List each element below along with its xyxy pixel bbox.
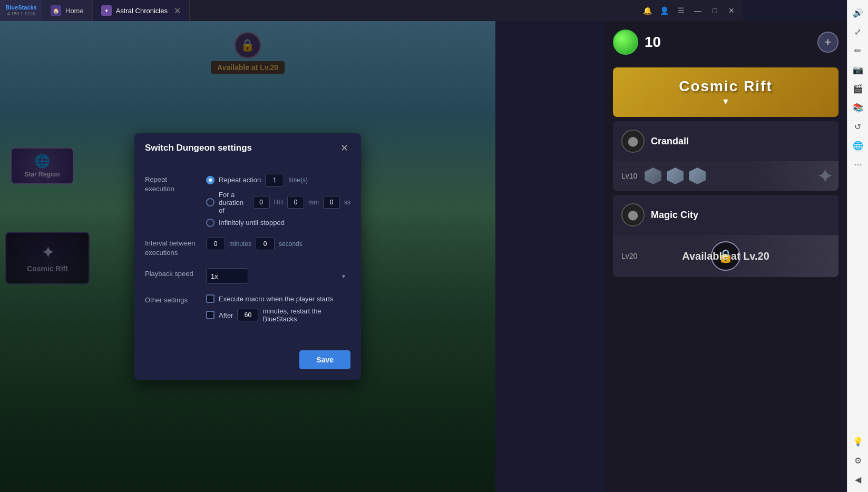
interval-content: minutes seconds <box>206 238 350 250</box>
bell-icon[interactable]: 🔔 <box>640 3 655 18</box>
repeat-execution-label: Repeat execution <box>145 174 198 194</box>
restart-checkbox[interactable] <box>206 311 214 319</box>
after-label: After <box>219 311 233 319</box>
execute-macro-label: Execute macro when the player starts <box>219 295 334 303</box>
magic-city-avatar: ⬤ <box>621 203 645 227</box>
sidebar-edit-icon[interactable]: ✏ <box>850 42 866 59</box>
repeat-execution-section: Repeat execution Repeat action time(s) F… <box>145 174 350 227</box>
restart-minutes-input[interactable] <box>237 309 258 321</box>
interval-label: Interval between executions <box>145 238 198 258</box>
crandall-card[interactable]: ⬤ Crandall Lv10 ✦ <box>613 121 838 191</box>
right-game-panel: 10 + Cosmic Rift ▼ ⬤ Crandall Lv10 ✦ ⬤ M… <box>604 21 847 492</box>
interval-row: minutes seconds <box>206 238 350 250</box>
sidebar-refresh-icon[interactable]: ↺ <box>850 118 866 135</box>
dialog-body: Repeat execution Repeat action time(s) F… <box>134 163 361 344</box>
home-tab-icon: 🏠 <box>51 5 61 16</box>
speed-select-wrapper: 0.5x 1x 1.5x 2x ▼ <box>206 268 350 284</box>
interval-seconds-input[interactable] <box>256 238 275 250</box>
sidebar-light-icon[interactable]: 💡 <box>850 433 866 450</box>
playback-speed-section: Playback speed 0.5x 1x 1.5x 2x ▼ <box>145 268 350 284</box>
crandall-name: Crandall <box>651 136 689 147</box>
for-duration-row: For a duration of HH mm ss <box>206 191 350 214</box>
repeat-action-row: Repeat action time(s) <box>206 174 350 186</box>
ss-label: ss <box>344 199 350 206</box>
cosmic-rift-title: Cosmic Rift <box>623 78 828 95</box>
gem-count: 10 <box>645 34 661 51</box>
switch-dungeon-dialog: Switch Dungeon settings ✕ Repeat executi… <box>134 133 361 380</box>
magic-city-name: Magic City <box>651 210 698 221</box>
mm-label: mm <box>308 199 319 206</box>
execute-macro-row: Execute macro when the player starts <box>206 294 350 303</box>
account-icon[interactable]: 👤 <box>657 3 671 18</box>
dialog-close-button[interactable]: ✕ <box>338 142 350 154</box>
dialog-footer: Save <box>134 344 361 380</box>
minutes-label: minutes <box>229 240 251 248</box>
cosmic-rift-banner[interactable]: Cosmic Rift ▼ <box>613 67 838 117</box>
sidebar-fullscreen-icon[interactable]: ⤢ <box>850 23 866 40</box>
crandall-badge-3 <box>689 168 706 184</box>
add-gem-button[interactable]: + <box>817 32 838 53</box>
close-button[interactable]: ✕ <box>724 3 739 18</box>
chevron-down-icon: ▼ <box>623 97 828 106</box>
other-settings-label: Other settings <box>145 294 198 305</box>
infinitely-row: Infinitely until stopped <box>206 219 350 227</box>
crandall-card-header: ⬤ Crandall <box>613 121 838 161</box>
select-chevron-icon: ▼ <box>341 273 346 279</box>
titlebar: BlueStacks 4.150.1.1118 🏠 Home ✦ Astral … <box>0 0 743 21</box>
tab-astral-chronicles[interactable]: ✦ Astral Chronicles ✕ <box>93 0 190 21</box>
mm-input[interactable] <box>287 196 304 209</box>
infinitely-radio[interactable] <box>206 219 214 227</box>
maximize-button[interactable]: □ <box>707 3 722 18</box>
hh-input[interactable] <box>253 196 270 209</box>
modal-overlay: Switch Dungeon settings ✕ Repeat executi… <box>0 21 495 492</box>
repeat-action-label: Repeat action <box>219 176 261 184</box>
menu-icon[interactable]: ☰ <box>674 3 688 18</box>
tab-close-icon[interactable]: ✕ <box>174 6 181 16</box>
ss-input[interactable] <box>323 196 340 209</box>
times-label: time(s) <box>288 176 308 184</box>
crandall-level: Lv10 <box>621 172 637 180</box>
gem-icon <box>613 29 638 55</box>
crandall-card-body: Lv10 ✦ <box>613 161 838 191</box>
window-controls: 🔔 👤 ☰ — □ ✕ <box>640 3 743 18</box>
rp-header: 10 + <box>604 21 847 63</box>
sidebar-collapse-icon[interactable]: ◀ <box>850 471 866 488</box>
repeat-action-input[interactable] <box>265 174 284 186</box>
repeat-execution-content: Repeat action time(s) For a duration of … <box>206 174 350 227</box>
magic-city-card[interactable]: ⬤ Magic City Lv20 🔒 Available at Lv.20 <box>613 195 838 277</box>
magic-city-body: Lv20 🔒 Available at Lv.20 <box>613 235 838 277</box>
magic-city-available-text: Available at Lv.20 <box>682 250 769 262</box>
magic-city-level: Lv20 <box>621 252 637 260</box>
sidebar-settings-icon[interactable]: ⚙ <box>850 452 866 469</box>
repeat-action-radio[interactable] <box>206 176 214 184</box>
minimize-button[interactable]: — <box>690 3 705 18</box>
for-duration-label: For a duration of <box>219 191 249 214</box>
infinitely-label: Infinitely until stopped <box>219 219 285 227</box>
dialog-title: Switch Dungeon settings <box>145 143 252 153</box>
wing-decoration: ✦ <box>816 164 834 188</box>
sidebar-library-icon[interactable]: 📚 <box>850 99 866 116</box>
bluestacks-sidebar: 🔊 ⤢ ✏ 📷 🎬 📚 ↺ 🌐 ⋯ 💡 ⚙ ◀ <box>847 0 868 492</box>
tab-home[interactable]: 🏠 Home <box>42 0 93 21</box>
seconds-label: seconds <box>279 240 303 248</box>
playback-speed-select[interactable]: 0.5x 1x 1.5x 2x <box>206 268 248 284</box>
sidebar-record-icon[interactable]: 🎬 <box>850 80 866 97</box>
sidebar-volume-icon[interactable]: 🔊 <box>850 4 866 21</box>
interval-section: Interval between executions minutes seco… <box>145 238 350 258</box>
game-tab-icon: ✦ <box>101 5 112 16</box>
sidebar-screenshot-icon[interactable]: 📷 <box>850 61 866 78</box>
crandall-avatar: ⬤ <box>621 130 645 153</box>
interval-minutes-input[interactable] <box>206 238 225 250</box>
other-settings-content: Execute macro when the player starts Aft… <box>206 294 350 323</box>
execute-macro-checkbox[interactable] <box>206 294 214 303</box>
crandall-badge-2 <box>667 168 684 184</box>
sidebar-location-icon[interactable]: 🌐 <box>850 137 866 154</box>
for-duration-radio[interactable] <box>206 198 214 206</box>
save-button[interactable]: Save <box>299 350 350 369</box>
playback-speed-content: 0.5x 1x 1.5x 2x ▼ <box>206 268 350 284</box>
sidebar-more-icon[interactable]: ⋯ <box>850 156 866 173</box>
restart-row: After minutes, restart the BlueStacks <box>206 307 350 323</box>
restart-suffix: minutes, restart the BlueStacks <box>262 307 350 323</box>
bluestacks-logo: BlueStacks 4.150.1.1118 <box>0 0 42 21</box>
other-settings-section: Other settings Execute macro when the pl… <box>145 294 350 323</box>
